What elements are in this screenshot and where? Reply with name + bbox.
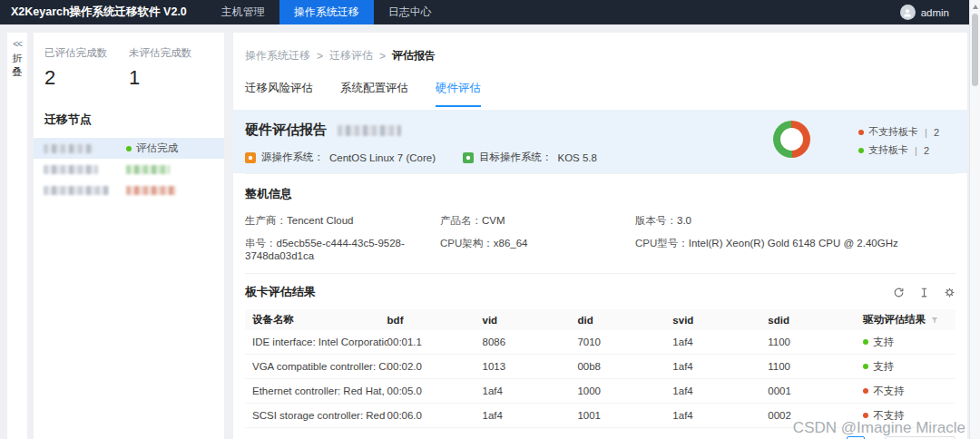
status-dot-icon	[863, 364, 868, 369]
report-title: 硬件评估报告	[245, 122, 327, 139]
breadcrumb-separator: >	[379, 50, 386, 63]
sidebar-collapse-toggle[interactable]: << 折叠	[7, 33, 27, 439]
col-sdid: sdid	[768, 315, 863, 326]
os-info-row: 源操作系统： CentOS Linux 7 (Core) 目标操作系统： KOS…	[245, 151, 956, 164]
board-evaluation-section: 板卡评估结果 设备名称 bdf vid	[245, 273, 956, 439]
nav-item-os-migration[interactable]: 操作系统迁移	[279, 0, 374, 24]
breadcrumb: 操作系统迁移 > 迁移评估 > 评估报告	[233, 33, 967, 63]
stat-unevaluated: 未评估完成数 1	[129, 46, 213, 90]
legend-unsupported: 不支持板卡 | 2	[858, 125, 939, 139]
app-title: X2Keyarch操作系统迁移软件 V2.0	[0, 0, 207, 24]
legend-divider: |	[915, 145, 917, 156]
breadcrumb-separator: >	[317, 50, 323, 63]
target-os-value: KOS 5.8	[557, 152, 596, 163]
table-toolbar	[893, 287, 956, 298]
node-row-1[interactable]: 评估完成	[34, 138, 224, 159]
user-menu[interactable]: admin	[900, 0, 969, 24]
stat-evaluated: 已评估完成数 2	[44, 46, 129, 90]
stat-evaluated-value: 2	[44, 66, 129, 90]
board-support-donut-chart	[773, 121, 810, 158]
legend-supported: 支持板卡 | 2	[858, 143, 939, 157]
node-status-masked	[126, 186, 214, 195]
node-name-masked	[44, 165, 126, 174]
table-row[interactable]: VGA compatible controller: Cirrus Lo... …	[245, 355, 956, 379]
table-row[interactable]: Ethernet controller: Red Hat, Inc. Virt.…	[245, 379, 956, 404]
legend-unsupported-name: 不支持板卡	[868, 125, 918, 139]
col-svid: svid	[672, 315, 768, 326]
board-table: 设备名称 bdf vid did svid sdid 驱动评估结果 IDE in…	[245, 309, 956, 428]
legend-supported-count: 2	[924, 145, 929, 156]
donut-legend: 不支持板卡 | 2 支持板卡 | 2	[858, 125, 939, 157]
evaluation-stats: 已评估完成数 2 未评估完成数 1	[34, 33, 224, 90]
status-dot-icon	[863, 413, 868, 418]
node-status-masked	[126, 165, 214, 174]
node-row-2[interactable]	[34, 159, 224, 180]
field-serial: 串号：d5ecb55e-c444-43c5-9528-3748da03d1ca	[245, 237, 440, 261]
settings-icon[interactable]	[944, 287, 956, 298]
legend-supported-name: 支持板卡	[868, 143, 908, 157]
field-version: 版本号：3.0	[635, 214, 956, 228]
target-os-label: 目标操作系统：	[479, 151, 553, 164]
status-dot-icon	[863, 388, 868, 394]
hardware-report-header: 硬件评估报告 源操作系统： CentOS Linux 7 (Core) 目标操作…	[233, 110, 967, 173]
field-product: 产品名：CVM	[440, 214, 635, 228]
nav-item-host-management[interactable]: 主机管理	[207, 0, 279, 24]
machine-info-section: 整机信息 生产商：Tencent Cloud 产品名：CVM 版本号：3.0 串…	[245, 173, 956, 273]
breadcrumb-os-migration[interactable]: 操作系统迁移	[245, 48, 310, 63]
field-cpu-model: CPU型号：Intel(R) Xeon(R) Gold 6148 CPU @ 2…	[635, 237, 956, 261]
target-os: 目标操作系统： KOS 5.8	[463, 151, 597, 164]
collapse-label: 折叠	[7, 52, 27, 79]
board-table-header: 板卡评估结果	[245, 284, 956, 300]
field-cpu-arch: CPU架构：x86_64	[440, 237, 635, 261]
report-title-row: 硬件评估报告	[245, 122, 956, 139]
col-bdf: bdf	[387, 315, 483, 326]
user-avatar-icon	[900, 5, 916, 20]
host-id-masked	[338, 125, 401, 136]
node-name-masked	[44, 144, 126, 153]
tab-hardware[interactable]: 硬件评估	[436, 81, 481, 107]
main-content: 操作系统迁移 > 迁移评估 > 评估报告 迁移风险评估 系统配置评估 硬件评估 …	[233, 33, 967, 439]
field-manufacturer: 生产商：Tencent Cloud	[245, 214, 440, 228]
board-table-title: 板卡评估结果	[245, 284, 316, 300]
tab-system-config[interactable]: 系统配置评估	[340, 81, 408, 107]
scrollbar-thumb[interactable]	[972, 14, 978, 86]
legend-divider: |	[925, 127, 927, 138]
collapse-icon: <<	[7, 39, 27, 49]
scrollbar-up-icon[interactable]	[973, 5, 978, 9]
breadcrumb-migration-evaluation[interactable]: 迁移评估	[329, 48, 373, 63]
status-dot-icon	[126, 146, 132, 151]
source-os-value: CentOS Linux 7 (Core)	[329, 152, 436, 163]
machine-info-title: 整机信息	[245, 186, 956, 202]
filter-icon[interactable]	[930, 316, 939, 325]
table-header-row: 设备名称 bdf vid did svid sdid 驱动评估结果	[245, 309, 956, 330]
app-screen: X2Keyarch操作系统迁移软件 V2.0 主机管理 操作系统迁移 日志中心 …	[0, 0, 980, 439]
refresh-icon[interactable]	[893, 287, 905, 298]
tab-migration-risk[interactable]: 迁移风险评估	[245, 81, 313, 107]
username: admin	[921, 7, 949, 18]
table-row[interactable]: IDE interface: Intel Corporation 8237...…	[245, 330, 956, 355]
scrollbar-track[interactable]	[969, 0, 980, 439]
column-height-icon[interactable]	[918, 287, 930, 298]
result-badge: 支持	[863, 360, 956, 374]
col-vid: vid	[483, 315, 578, 326]
top-nav: X2Keyarch操作系统迁移软件 V2.0 主机管理 操作系统迁移 日志中心 …	[0, 0, 969, 24]
migration-nodes-title: 迁移节点	[34, 90, 224, 138]
result-badge: 不支持	[863, 385, 956, 398]
status-dot-icon	[863, 339, 868, 345]
breadcrumb-current: 评估报告	[392, 48, 436, 63]
machine-info-grid: 生产商：Tencent Cloud 产品名：CVM 版本号：3.0 串号：d5e…	[245, 214, 956, 261]
node-status: 评估完成	[126, 141, 214, 155]
col-result: 驱动评估结果	[863, 313, 956, 327]
report-tabs: 迁移风险评估 系统配置评估 硬件评估	[233, 63, 967, 107]
node-name-masked	[44, 186, 126, 195]
stat-unevaluated-value: 1	[129, 66, 213, 90]
result-badge: 支持	[863, 336, 956, 349]
col-did: did	[577, 315, 672, 326]
source-os: 源操作系统： CentOS Linux 7 (Core)	[245, 151, 436, 164]
node-row-3[interactable]	[34, 180, 224, 200]
nav-item-log-center[interactable]: 日志中心	[374, 0, 446, 24]
sidebar: 已评估完成数 2 未评估完成数 1 迁移节点 评估完成	[34, 33, 224, 439]
source-os-icon	[245, 152, 256, 163]
watermark: CSDN @Imagine Miracle	[793, 419, 965, 437]
stat-unevaluated-label: 未评估完成数	[129, 46, 213, 60]
